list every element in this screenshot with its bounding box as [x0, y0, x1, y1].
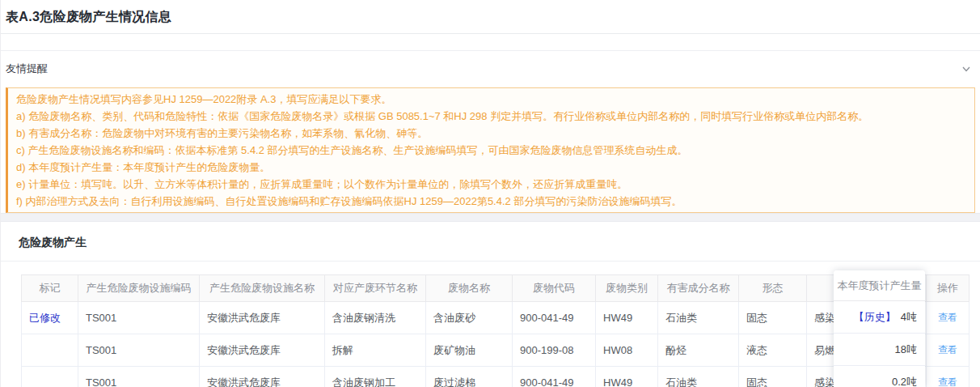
- action-cell: 查看: [927, 334, 969, 367]
- amount-cell: 【历史】4吨: [834, 301, 925, 334]
- view-link[interactable]: 查看: [938, 376, 957, 387]
- harmful-component-cell: 石油类: [658, 302, 739, 334]
- col-header-facility-name: 产生危险废物设施名称: [200, 275, 325, 302]
- chevron-down-icon[interactable]: [961, 63, 972, 74]
- notice-line: b) 有害成分名称：危险废物中对环境有害的主要污染物名称，如苯系物、氰化物、砷等…: [16, 125, 966, 142]
- waste-category-cell: HW49: [596, 302, 658, 334]
- col-header-form: 形态: [739, 275, 807, 302]
- amount-value: 4吨: [901, 311, 917, 323]
- form-cell: 液态: [739, 334, 807, 367]
- hazardous-waste-form-page: 表A.3危险废物产生情况信息 友情提醒 危险废物产生情况填写内容参见HJ 125…: [0, 0, 980, 387]
- waste-code-cell: 900-041-49: [513, 367, 596, 387]
- action-cell: 查看: [927, 302, 969, 334]
- process-name-cell: 含油废钢加工: [325, 367, 426, 387]
- col-header-annual-amount: 本年度预计产生量: [834, 270, 925, 301]
- section-title: 危险废物产生: [1, 222, 980, 262]
- form-cell: 固态: [739, 302, 807, 334]
- table-row: TS001 安徽洪武危废库 拆解 废矿物油 900-199-08 HW08 酚烃…: [22, 334, 969, 367]
- reminder-title: 友情提醒: [6, 62, 48, 76]
- amount-cell: 0.2吨: [834, 366, 925, 387]
- notice-line: a) 危险废物名称、类别、代码和危险特性：依据《国家危险废物名录》或根据 GB …: [16, 108, 966, 125]
- waste-name-cell: 废过滤棉: [426, 367, 513, 387]
- reminder-collapse-header[interactable]: 友情提醒: [1, 51, 980, 87]
- notice-line: 危险废物产生情况填写内容参见HJ 1259—2022附录 A.3，填写应满足以下…: [16, 91, 966, 108]
- title-divider: [1, 34, 980, 51]
- waste-code-cell: 900-041-49: [513, 302, 596, 334]
- waste-name-cell: 废矿物油: [426, 334, 513, 367]
- col-header-waste-name: 废物名称: [426, 275, 513, 302]
- amount-cell: 18吨: [834, 334, 925, 366]
- mark-cell: 已修改: [22, 302, 78, 334]
- notice-line: d) 本年度预计产生量：本年度预计产生的危险废物量。: [16, 159, 966, 176]
- harmful-component-cell: 石油类: [658, 367, 739, 387]
- waste-category-cell: HW49: [596, 367, 658, 387]
- amount-column-popover: 本年度预计产生量 【历史】4吨 18吨 0.2吨: [834, 270, 925, 387]
- col-header-process-name: 对应产废环节名称: [325, 275, 426, 302]
- facility-code-cell: TS001: [78, 334, 200, 367]
- view-link[interactable]: 查看: [938, 344, 957, 355]
- notice-line: e) 计量单位：填写吨。以升、立方米等体积计量的，应折算成重量吨；以个数作为计量…: [16, 176, 966, 193]
- facility-code-cell: TS001: [78, 367, 200, 387]
- mark-cell: [22, 334, 78, 367]
- notice-line: c) 产生危险废物设施名称和编码：依据本标准第 5.4.2 部分填写的生产设施名…: [16, 142, 966, 159]
- table-header-row: 标记 产生危险废物设施编码 产生危险废物设施名称 对应产废环节名称 废物名称 废…: [22, 275, 969, 302]
- form-cell: 固态: [739, 367, 807, 387]
- notice-line: f) 内部治理方式及去向：自行利用设施编码、自行处置设施编码和贮存设施编码依据H…: [16, 193, 966, 210]
- harmful-component-cell: 酚烃: [658, 334, 739, 367]
- table-row: TS001 安徽洪武危废库 含油废钢加工 废过滤棉 900-041-49 HW4…: [22, 367, 969, 387]
- mark-cell: [22, 367, 78, 387]
- title-bar: 表A.3危险废物产生情况信息: [1, 0, 980, 34]
- section-gap: [1, 213, 980, 221]
- waste-category-cell: HW08: [596, 334, 658, 367]
- facility-code-cell: TS001: [78, 302, 200, 334]
- view-link[interactable]: 查看: [938, 312, 957, 323]
- facility-name-cell: 安徽洪武危废库: [200, 367, 325, 387]
- facility-name-cell: 安徽洪武危废库: [200, 302, 325, 334]
- col-header-action: 操作: [927, 275, 969, 302]
- col-header-facility-code: 产生危险废物设施编码: [78, 275, 200, 302]
- waste-name-cell: 含油废砂: [426, 302, 513, 334]
- notice-alert-box: 危险废物产生情况填写内容参见HJ 1259—2022附录 A.3，填写应满足以下…: [6, 87, 975, 213]
- history-tag[interactable]: 【历史】: [854, 311, 896, 323]
- col-header-mark: 标记: [22, 275, 78, 302]
- waste-generation-table: 标记 产生危险废物设施编码 产生危险废物设施名称 对应产废环节名称 废物名称 废…: [21, 274, 969, 387]
- process-name-cell: 含油废钢清洗: [325, 302, 426, 334]
- col-header-harmful-component: 有害成分名称: [658, 275, 739, 302]
- page-title: 表A.3危险废物产生情况信息: [6, 9, 975, 26]
- facility-name-cell: 安徽洪武危废库: [200, 334, 325, 367]
- col-header-waste-category: 废物类别: [596, 275, 658, 302]
- waste-code-cell: 900-199-08: [513, 334, 596, 367]
- amount-value: 0.2吨: [892, 376, 917, 387]
- col-header-waste-code: 废物代码: [513, 275, 596, 302]
- table-row: 已修改 TS001 安徽洪武危废库 含油废钢清洗 含油废砂 900-041-49…: [22, 302, 969, 334]
- amount-value: 18吨: [895, 343, 917, 355]
- action-cell: 查看: [927, 367, 969, 387]
- process-name-cell: 拆解: [325, 334, 426, 367]
